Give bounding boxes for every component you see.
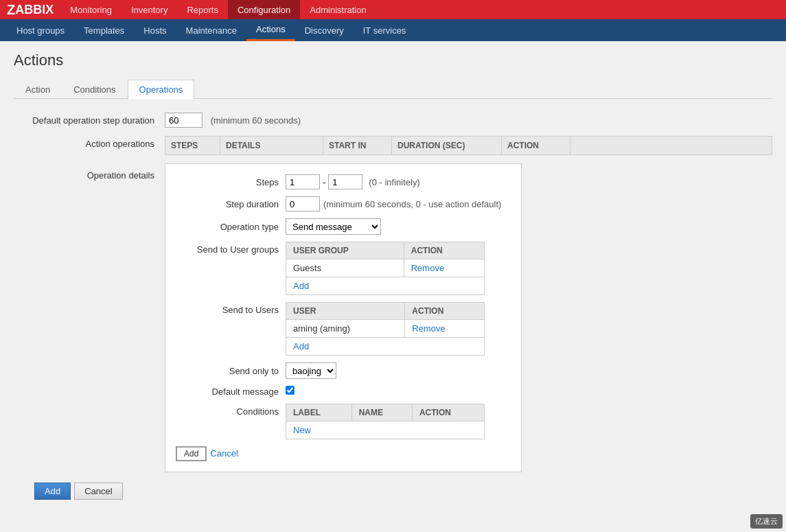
conditions-row: Conditions LABEL NAME ACTION bbox=[176, 404, 511, 439]
default-message-label: Default message bbox=[176, 386, 286, 397]
top-nav-inventory[interactable]: Inventory bbox=[122, 0, 177, 19]
users-table-container: USER ACTION aming (aming) Remove bbox=[286, 302, 485, 356]
u-action-remove: Remove bbox=[405, 320, 485, 338]
cond-col-label: LABEL bbox=[286, 404, 352, 421]
default-message-checkbox[interactable] bbox=[286, 386, 294, 395]
send-to-user-groups-label: Send to User groups bbox=[176, 242, 286, 255]
tab-operations[interactable]: Operations bbox=[128, 80, 195, 99]
ops-col-start-in: START IN bbox=[323, 137, 392, 154]
tab-action[interactable]: Action bbox=[14, 80, 62, 99]
operation-type-label: Operation type bbox=[176, 222, 286, 232]
table-row: aming (aming) Remove bbox=[286, 320, 485, 338]
top-nav-monitoring[interactable]: Monitoring bbox=[60, 0, 122, 19]
step-duration-label: Step duration bbox=[176, 199, 286, 209]
send-only-to-row: Send only to baojing All bbox=[176, 362, 511, 379]
subnav-actions[interactable]: Actions bbox=[246, 19, 295, 41]
u-name-aming: aming (aming) bbox=[286, 320, 405, 338]
tab-conditions[interactable]: Conditions bbox=[62, 80, 127, 99]
action-operations-field: STEPS DETAILS START IN DURATION (SEC) AC… bbox=[165, 136, 772, 155]
conditions-label: Conditions bbox=[176, 404, 286, 417]
subnav-maintenance[interactable]: Maintenance bbox=[176, 19, 246, 41]
table-row: Guests Remove bbox=[286, 259, 485, 277]
default-op-duration-row: Default operation step duration (minimum… bbox=[14, 113, 772, 128]
tab-bar: Action Conditions Operations bbox=[14, 80, 772, 99]
default-message-row: Default message bbox=[176, 386, 511, 397]
page-content: Actions Action Conditions Operations Def… bbox=[0, 41, 786, 510]
users-table: USER ACTION aming (aming) Remove bbox=[286, 302, 485, 356]
subnav-discovery[interactable]: Discovery bbox=[295, 19, 354, 41]
brand-logo: ZABBIX bbox=[7, 2, 54, 18]
send-only-to-label: Send only to bbox=[176, 366, 286, 376]
ops-col-steps: STEPS bbox=[165, 137, 220, 154]
conditions-table: LABEL NAME ACTION New bbox=[286, 404, 485, 439]
remove-aming-link[interactable]: Remove bbox=[412, 323, 445, 334]
add-user-cell: Add bbox=[286, 338, 485, 356]
top-nav-items: Monitoring Inventory Reports Configurati… bbox=[60, 0, 375, 19]
step-duration-row: Step duration (minimum 60 seconds, 0 - u… bbox=[176, 196, 511, 211]
operation-type-row: Operation type Send message Remote comma… bbox=[176, 218, 511, 235]
step-duration-hint: (minimum 60 seconds, 0 - use action defa… bbox=[323, 199, 501, 209]
table-row: Add bbox=[286, 338, 485, 356]
conditions-new-cell: New bbox=[286, 421, 485, 439]
top-navigation: ZABBIX Monitoring Inventory Reports Conf… bbox=[0, 0, 786, 19]
inner-add-button[interactable]: Add bbox=[176, 446, 207, 461]
ops-col-action: ACTION bbox=[502, 137, 570, 154]
ug-col-action: ACTION bbox=[404, 242, 484, 259]
steps-from-input[interactable] bbox=[286, 174, 320, 189]
default-op-duration-label: Default operation step duration bbox=[14, 113, 165, 126]
default-op-duration-hint: (minimum 60 seconds) bbox=[211, 115, 301, 126]
ug-action-remove: Remove bbox=[404, 259, 484, 277]
add-user-link[interactable]: Add bbox=[293, 341, 309, 351]
step-duration-input[interactable] bbox=[286, 196, 320, 211]
table-row: Add bbox=[286, 277, 485, 295]
default-op-duration-input[interactable] bbox=[165, 113, 203, 128]
ops-col-details: DETAILS bbox=[220, 137, 323, 154]
ops-table-header: STEPS DETAILS START IN DURATION (SEC) AC… bbox=[165, 136, 772, 155]
user-groups-table-container: USER GROUP ACTION Guests Remove bbox=[286, 242, 485, 295]
cond-col-name: NAME bbox=[351, 404, 412, 421]
subnav-host-groups[interactable]: Host groups bbox=[7, 19, 74, 41]
users-header: USER ACTION bbox=[286, 303, 485, 320]
step-duration-inputs: (minimum 60 seconds, 0 - use action defa… bbox=[286, 196, 501, 211]
add-user-group-cell: Add bbox=[286, 277, 485, 295]
subnav-it-services[interactable]: IT services bbox=[354, 19, 416, 41]
top-nav-configuration[interactable]: Configuration bbox=[228, 0, 300, 19]
add-button[interactable]: Add bbox=[34, 483, 71, 500]
sub-navigation: Host groups Templates Hosts Maintenance … bbox=[0, 19, 786, 41]
inner-cancel-link[interactable]: Cancel bbox=[210, 446, 238, 461]
steps-hint: (0 - infinitely) bbox=[369, 177, 419, 187]
send-to-user-groups-row: Send to User groups USER GROUP ACTION bbox=[176, 242, 511, 295]
send-to-users-row: Send to Users USER ACTION bbox=[176, 302, 511, 356]
operation-details-row: Operation details Steps - (0 - infinitel… bbox=[14, 163, 772, 472]
conditions-header: LABEL NAME ACTION bbox=[286, 404, 485, 421]
steps-inputs: - (0 - infinitely) bbox=[286, 174, 420, 189]
cond-col-action: ACTION bbox=[412, 404, 484, 421]
add-user-group-link[interactable]: Add bbox=[293, 281, 309, 291]
conditions-new-link[interactable]: New bbox=[293, 425, 311, 435]
steps-label: Steps bbox=[176, 177, 286, 187]
conditions-table-container: LABEL NAME ACTION New bbox=[286, 404, 485, 439]
send-only-to-field: baojing All bbox=[286, 362, 336, 379]
operation-details-label: Operation details bbox=[14, 163, 165, 181]
subnav-templates[interactable]: Templates bbox=[74, 19, 134, 41]
inner-buttons-row: Add Cancel bbox=[176, 446, 511, 461]
operation-type-select[interactable]: Send message Remote command bbox=[286, 218, 381, 235]
subnav-hosts[interactable]: Hosts bbox=[134, 19, 176, 41]
action-operations-row: Action operations STEPS DETAILS START IN… bbox=[14, 136, 772, 155]
ug-col-user-group: USER GROUP bbox=[286, 242, 404, 259]
send-to-users-label: Send to Users bbox=[176, 302, 286, 315]
steps-row: Steps - (0 - infinitely) bbox=[176, 174, 511, 189]
remove-guests-link[interactable]: Remove bbox=[411, 263, 444, 273]
ops-col-duration: DURATION (SEC) bbox=[392, 137, 502, 154]
steps-to-input[interactable] bbox=[328, 174, 362, 189]
table-row: New bbox=[286, 421, 485, 439]
default-op-duration-field: (minimum 60 seconds) bbox=[165, 113, 772, 128]
u-col-action: ACTION bbox=[405, 303, 485, 320]
ug-name-guests: Guests bbox=[286, 259, 404, 277]
top-nav-reports[interactable]: Reports bbox=[177, 0, 228, 19]
page-title: Actions bbox=[14, 51, 772, 69]
u-col-user: USER bbox=[286, 303, 405, 320]
send-only-to-select[interactable]: baojing All bbox=[286, 362, 336, 379]
top-nav-administration[interactable]: Administration bbox=[300, 0, 375, 19]
cancel-button[interactable]: Cancel bbox=[74, 483, 122, 500]
